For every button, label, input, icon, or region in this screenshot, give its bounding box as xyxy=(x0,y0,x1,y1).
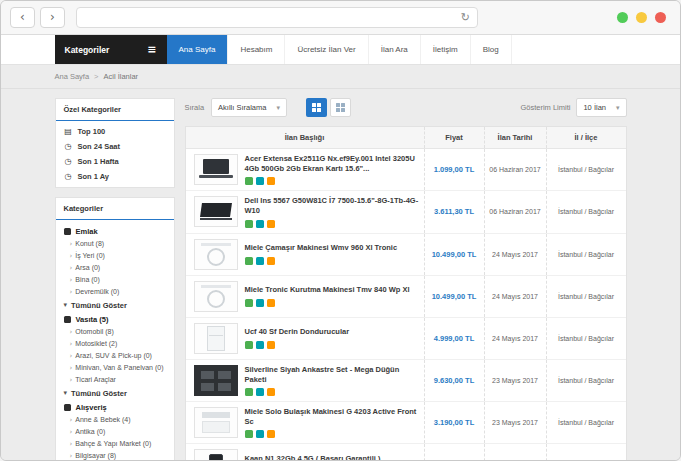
category-child-label: Devremülk (0) xyxy=(75,288,119,295)
grid-view-button[interactable] xyxy=(306,98,327,117)
special-category-item-son-24-saat[interactable]: ◷Son 24 Saat xyxy=(56,139,174,154)
nav-item-hesabım[interactable]: Hesabım xyxy=(228,35,285,64)
browser-forward-button[interactable]: › xyxy=(40,7,65,28)
listing-row[interactable]: Ucf 40 Sf Derin Dondurucular4.999,00 TL2… xyxy=(186,318,626,360)
badge-camera-icon xyxy=(245,388,253,396)
category-parent-alışveriş[interactable]: Alışveriş xyxy=(56,400,174,414)
category-child-motosiklet-2[interactable]: ›Motosiklet (2) xyxy=(56,338,174,350)
show-all-link[interactable]: ▾Tümünü Göster xyxy=(56,298,174,312)
category-child-label: Arazi, SUV & Pick-up (0) xyxy=(75,352,152,359)
category-parent-label: Alışveriş xyxy=(76,403,107,412)
chevron-right-icon: › xyxy=(70,376,73,384)
traffic-light-green[interactable] xyxy=(617,12,628,23)
listing-row[interactable]: Miele Solo Bulaşık Makinesi G 4203 Activ… xyxy=(186,402,626,444)
listing-row[interactable]: Kaan N1 32Gb 4.5G ( Başarı Garantili ) xyxy=(186,444,626,461)
window-controls xyxy=(617,12,671,23)
show-all-link[interactable]: ▾Tümünü Göster xyxy=(56,386,174,400)
categories-panel: Kategoriler Emlak›Konut (8)›İş Yeri (0)›… xyxy=(55,197,175,461)
listing-title[interactable]: Miele Tronic Kurutma Makinesi Tmv 840 Wp… xyxy=(245,285,410,295)
category-child-otomobil-8[interactable]: ›Otomobil (8) xyxy=(56,326,174,338)
listing-row[interactable]: Acer Extensa Ex2511G Nx.ef9Ey.001 Intel … xyxy=(186,149,626,191)
listing-row[interactable]: Miele Tronic Kurutma Makinesi Tmv 840 Wp… xyxy=(186,276,626,318)
listing-title-cell: Kaan N1 32Gb 4.5G ( Başarı Garantili ) xyxy=(186,444,424,461)
sort-select[interactable]: Akıllı Sıralama ▾ xyxy=(211,98,287,117)
special-category-item-son-1-ay[interactable]: ◷Son 1 Ay xyxy=(56,169,174,184)
traffic-light-yellow[interactable] xyxy=(636,12,647,23)
listing-title[interactable]: Silverline Siyah Ankastre Set - Mega Düğ… xyxy=(245,365,420,385)
chevron-right-icon: › xyxy=(70,276,73,284)
chevron-right-icon: › xyxy=(70,416,73,424)
listing-title[interactable]: Acer Extensa Ex2511G Nx.ef9Ey.001 Intel … xyxy=(245,154,420,174)
column-header-i-l-i-lçe: İl / İlçe xyxy=(546,127,626,148)
category-child-bilgisayar-8[interactable]: ›Bilgisayar (8) xyxy=(56,450,174,461)
badge-star-icon xyxy=(267,257,275,265)
category-child-label: Bina (0) xyxy=(75,276,100,283)
traffic-light-red[interactable] xyxy=(655,12,666,23)
special-category-label: Son 1 Ay xyxy=(78,172,110,181)
refresh-icon[interactable]: ↻ xyxy=(461,11,470,24)
category-child-label: Otomobil (8) xyxy=(75,328,114,335)
special-category-item-top-100[interactable]: ▤Top 100 xyxy=(56,124,174,139)
listing-title[interactable]: Miele Çamaşır Makinesi Wmv 960 Xl Tronic xyxy=(245,243,398,253)
limit-group: Gösterim Limiti 10 İlan ▾ xyxy=(520,98,626,117)
listing-date-cell: 23 Mayıs 2017 xyxy=(484,402,546,443)
chevron-right-icon: › xyxy=(70,328,73,336)
listing-title[interactable]: Miele Solo Bulaşık Makinesi G 4203 Activ… xyxy=(245,407,420,427)
chevron-down-icon: ▾ xyxy=(64,301,68,309)
listing-title[interactable]: Kaan N1 32Gb 4.5G ( Başarı Garantili ) xyxy=(245,454,381,461)
breadcrumb-bar: Ana Sayfa>Acil İlanlar xyxy=(1,65,680,89)
listing-price-cell: 9.630,00 TL xyxy=(424,360,484,401)
nav-item-ücretsiz-i-lan-ver[interactable]: Ücretsiz İlan Ver xyxy=(285,35,368,64)
badge-location-icon xyxy=(256,299,264,307)
category-child-anne-bebek-4[interactable]: ›Anne & Bebek (4) xyxy=(56,414,174,426)
limit-label: Gösterim Limiti xyxy=(520,103,570,112)
category-child-i-ş-yeri-0[interactable]: ›İş Yeri (0) xyxy=(56,250,174,262)
category-child-ticari-araçlar[interactable]: ›Ticari Araçlar xyxy=(56,374,174,386)
listing-title[interactable]: Dell Ins 5567 G50W81C İ7 7500-15.6"-8G-1… xyxy=(245,196,420,216)
list-grid-icon xyxy=(336,103,346,113)
listing-row[interactable]: Silverline Siyah Ankastre Set - Mega Düğ… xyxy=(186,360,626,402)
categories-menu-button[interactable]: Kategoriler ≡ xyxy=(55,35,167,64)
limit-select[interactable]: 10 İlan ▾ xyxy=(576,98,626,117)
category-child-bahçe-yapı-market-0[interactable]: ›Bahçe & Yapı Market (0) xyxy=(56,438,174,450)
listing-badges xyxy=(245,299,410,307)
listing-title-cell: Ucf 40 Sf Derin Dondurucular xyxy=(186,318,424,359)
listing-thumbnail xyxy=(194,323,238,354)
category-child-minivan-van-panelvan-0[interactable]: ›Minivan, Van & Panelvan (0) xyxy=(56,362,174,374)
category-child-label: Antika (0) xyxy=(75,428,105,435)
sort-label: Sırala xyxy=(185,103,205,112)
nav-item-i-lan-ara[interactable]: İlan Ara xyxy=(369,35,421,64)
browser-back-button[interactable]: ‹ xyxy=(10,7,35,28)
category-parent-vasıta-5[interactable]: Vasıta (5) xyxy=(56,312,174,326)
nav-item-ana-sayfa[interactable]: Ana Sayfa xyxy=(167,35,229,64)
listing-date: 24 Mayıs 2017 xyxy=(492,251,538,258)
listing-location-cell: İstanbul / Bağcılar xyxy=(546,276,626,317)
listing-row[interactable]: Dell Ins 5567 G50W81C İ7 7500-15.6"-8G-1… xyxy=(186,191,626,233)
listing-thumbnail xyxy=(194,239,238,270)
nav-item-blog[interactable]: Blog xyxy=(471,35,512,64)
category-child-antika-0[interactable]: ›Antika (0) xyxy=(56,426,174,438)
table-header: İlan BaşlığıFiyatİlan Tarihiİl / İlçe xyxy=(186,127,626,149)
list-view-button[interactable] xyxy=(330,98,351,117)
listing-location: İstanbul / Bağcılar xyxy=(558,208,614,215)
special-category-label: Son 1 Hafta xyxy=(78,157,119,166)
url-bar[interactable]: ↻ xyxy=(76,7,478,28)
category-child-arsa-0[interactable]: ›Arsa (0) xyxy=(56,262,174,274)
category-child-devremülk-0[interactable]: ›Devremülk (0) xyxy=(56,286,174,298)
category-child-bina-0[interactable]: ›Bina (0) xyxy=(56,274,174,286)
category-child-arazi-suv-pick-up-0[interactable]: ›Arazi, SUV & Pick-up (0) xyxy=(56,350,174,362)
category-parent-emlak[interactable]: Emlak xyxy=(56,224,174,238)
chevron-right-icon: › xyxy=(70,364,73,372)
listing-date-cell: 06 Haziran 2017 xyxy=(484,191,546,232)
category-child-konut-8[interactable]: ›Konut (8) xyxy=(56,238,174,250)
listing-title[interactable]: Ucf 40 Sf Derin Dondurucular xyxy=(245,327,350,337)
special-category-item-son-1-hafta[interactable]: ◷Son 1 Hafta xyxy=(56,154,174,169)
listing-row[interactable]: Miele Çamaşır Makinesi Wmv 960 Xl Tronic… xyxy=(186,234,626,276)
listing-title-box: Dell Ins 5567 G50W81C İ7 7500-15.6"-8G-1… xyxy=(245,196,420,227)
chevron-right-icon: › xyxy=(70,352,73,360)
listing-title-cell: Miele Solo Bulaşık Makinesi G 4203 Activ… xyxy=(186,402,424,443)
listing-location: İstanbul / Bağcılar xyxy=(558,419,614,426)
listing-date: 23 Mayıs 2017 xyxy=(492,419,538,426)
breadcrumb-item[interactable]: Ana Sayfa xyxy=(55,72,90,81)
nav-item-i-letişim[interactable]: İletişim xyxy=(421,35,471,64)
